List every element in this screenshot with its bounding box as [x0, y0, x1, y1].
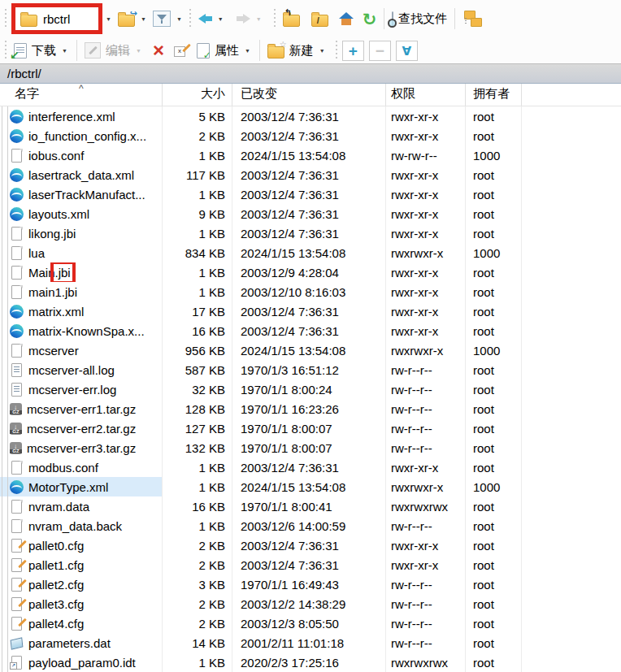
file-name-cell: main1.jbi: [0, 282, 163, 301]
rename-button[interactable]: x: [172, 42, 191, 59]
back-history-caret[interactable]: ▼: [218, 16, 224, 22]
filter-button[interactable]: [150, 9, 173, 28]
open-session-button[interactable]: ↪: [115, 10, 137, 28]
refresh-button[interactable]: ↻: [360, 9, 380, 29]
download-caret[interactable]: ▼: [62, 48, 67, 54]
file-size-cell: 2 KB: [163, 126, 232, 145]
file-rights-cell: rw-r--r--: [386, 360, 466, 379]
table-row[interactable]: ↓GZmcserver-err2.tar.gz127 KB1970/1/1 8:…: [0, 418, 621, 438]
file-owner-cell: root: [466, 574, 522, 594]
forward-button[interactable]: [234, 12, 253, 25]
table-row[interactable]: lasertrack_data.xml117 KB2003/12/4 7:36:…: [0, 165, 621, 184]
table-row[interactable]: modbus.conf1 KB2003/12/4 7:36:31rwxr-xr-…: [0, 457, 621, 477]
toolbar-grip[interactable]: [272, 9, 277, 28]
table-row[interactable]: mcserver-all.log587 KB1970/1/3 16:51:12r…: [0, 360, 621, 379]
table-row[interactable]: parameters.dat14 KB2001/2/11 11:01:18rw-…: [0, 633, 621, 652]
file-owner-cell: root: [466, 321, 522, 340]
edit-caret[interactable]: ▼: [136, 48, 141, 54]
current-path-bar[interactable]: /rbctrl/: [0, 63, 621, 84]
file-name-cell: ↓GZmcserver-err3.tar.gz: [0, 438, 163, 457]
empty-cell: [522, 321, 621, 340]
file-size-cell: 16 KB: [163, 496, 232, 516]
table-row[interactable]: pallet2.cfg3 KB1970/1/1 16:49:43rw-r--r-…: [0, 574, 621, 594]
find-files-button[interactable]: 查找文件: [389, 10, 449, 28]
empty-cell: [522, 399, 621, 418]
table-row[interactable]: iobus.conf1 KB2024/1/15 13:54:08rw-rw-r-…: [0, 145, 621, 165]
table-row[interactable]: ↓GZmcserver-err1.tar.gz128 KB1970/1/1 16…: [0, 399, 621, 418]
parent-directory-button[interactable]: ↰: [280, 10, 302, 28]
table-row[interactable]: nvram_data.back1 KB2003/12/6 14:00:59rw-…: [0, 516, 621, 535]
table-row[interactable]: mcserver-err.log32 KB1970/1/1 8:00:24rw-…: [0, 379, 621, 399]
file-name: mcserver: [28, 344, 79, 358]
file-size-cell: 1 KB: [163, 516, 232, 535]
file-name-cell: pallet4.cfg: [0, 613, 163, 633]
toolbar-grip[interactable]: [3, 9, 8, 28]
config-file-icon: [10, 539, 24, 553]
home-directory-button[interactable]: [336, 11, 357, 28]
file-name-cell: lasertrack_data.xml: [0, 165, 163, 184]
remove-panel-button[interactable]: −: [369, 41, 391, 61]
table-row[interactable]: matrix.xml17 KB2003/12/4 7:36:31rwxr-xr-…: [0, 301, 621, 321]
file-changed-cell: 2003/12/4 7:36:31: [232, 204, 386, 223]
toolbar-grip[interactable]: [3, 41, 8, 60]
properties-caret[interactable]: ▼: [245, 48, 250, 54]
table-row[interactable]: pallet0.cfg2 KB2003/12/4 7:36:31rwxr-xr-…: [0, 535, 621, 555]
table-row[interactable]: main1.jbi1 KB2003/12/10 8:16:03rwxr-xr-x…: [0, 282, 621, 301]
column-header-extra[interactable]: [522, 84, 621, 106]
empty-cell: [522, 477, 621, 496]
table-row[interactable]: interference.xml5 KB2003/12/4 7:36:31rwx…: [0, 106, 621, 126]
file-size-cell: 587 KB: [163, 360, 232, 379]
directory-tree-icon: [462, 11, 482, 27]
address-combo[interactable]: rbctrl: [15, 7, 98, 30]
table-row[interactable]: Main.jbi1 KB2003/12/9 4:28:04rwxr-xr-xro…: [0, 262, 621, 282]
sync-filter-button[interactable]: ∀: [396, 41, 418, 61]
file-rights-cell: rwxr-xr-x: [386, 555, 466, 574]
file-owner-cell: root: [466, 184, 522, 204]
new-button[interactable]: ☆ 新建: [265, 41, 316, 60]
column-header-row: 名字 大小 已改变 权限 拥有者 ^: [0, 84, 621, 106]
file-size-cell: 956 KB: [163, 340, 232, 360]
file-list: interference.xml5 KB2003/12/4 7:36:31rwx…: [0, 106, 621, 672]
root-directory-button[interactable]: /: [309, 10, 331, 28]
file-rights-cell: rwxrwxr-x: [386, 340, 466, 360]
add-panel-button[interactable]: +: [342, 41, 364, 61]
table-row[interactable]: pallet3.cfg2 KB2003/12/2 14:38:29rw-r--r…: [0, 594, 621, 613]
column-header-owner[interactable]: 拥有者: [466, 84, 522, 106]
directory-tree-button[interactable]: [460, 9, 484, 28]
toolbar-grip[interactable]: [188, 9, 193, 28]
table-row[interactable]: ↓GZmcserver-err3.tar.gz132 KB1970/1/1 8:…: [0, 438, 621, 457]
table-row[interactable]: matrix-KnownSpa.x...16 KB2003/12/4 7:36:…: [0, 321, 621, 340]
download-button[interactable]: ↙ 下载: [11, 41, 59, 60]
table-row[interactable]: nvram.data16 KB1970/1/1 8:00:41rwxrwxrwx…: [0, 496, 621, 516]
file-changed-cell: 2003/12/4 7:36:31: [232, 301, 386, 321]
table-row[interactable]: io_function_config.x...2 KB2003/12/4 7:3…: [0, 126, 621, 145]
address-dropdown-caret[interactable]: ▼: [106, 16, 111, 22]
column-header-changed[interactable]: 已改变: [232, 84, 386, 106]
open-session-caret[interactable]: ▼: [141, 16, 146, 22]
table-row[interactable]: mcserver956 KB2024/1/15 13:54:08rwxrwxr-…: [0, 340, 621, 360]
file-name: pallet1.cfg: [28, 558, 84, 572]
column-header-rights[interactable]: 权限: [386, 84, 466, 106]
new-caret[interactable]: ▼: [319, 48, 325, 54]
table-row[interactable]: layouts.xml9 KB2003/12/4 7:36:31rwxr-xr-…: [0, 204, 621, 223]
edit-button[interactable]: 编辑: [82, 41, 132, 60]
table-row[interactable]: likong.jbi1 KB2003/12/4 7:36:31rwxr-xr-x…: [0, 223, 621, 243]
table-row[interactable]: pallet1.cfg2 KB2003/12/4 7:36:31rwxr-xr-…: [0, 555, 621, 574]
table-row[interactable]: pallet4.cfg2 KB2003/12/3 8:05:50rw-r--r-…: [0, 613, 621, 633]
file-changed-cell: 2003/12/4 7:36:31: [232, 457, 386, 477]
file-changed-cell: 2003/12/4 7:36:31: [232, 184, 386, 204]
column-header-size[interactable]: 大小: [163, 84, 232, 106]
toolbar-grip[interactable]: [334, 41, 339, 60]
delete-button[interactable]: ×: [150, 40, 167, 61]
properties-button[interactable]: ✓ 属性: [194, 41, 241, 60]
file-changed-cell: 1970/1/1 8:00:07: [232, 438, 386, 457]
file-name-cell: mcserver: [0, 340, 163, 360]
back-button[interactable]: [196, 12, 215, 25]
forward-history-caret[interactable]: ▼: [256, 16, 262, 22]
filter-caret[interactable]: ▼: [176, 16, 182, 22]
file-rights-cell: rwxrwxr-x: [386, 477, 466, 496]
table-row[interactable]: laserTrackManufact...1 KB2003/12/4 7:36:…: [0, 184, 621, 204]
table-row[interactable]: ↗payload_param0.idt1 KB2020/2/3 17:25:16…: [0, 652, 621, 672]
table-row[interactable]: lua834 KB2024/1/15 13:54:08rwxrwxr-x1000: [0, 243, 621, 262]
table-row[interactable]: MotorType.xml1 KB2024/1/15 13:54:08rwxrw…: [0, 477, 621, 496]
